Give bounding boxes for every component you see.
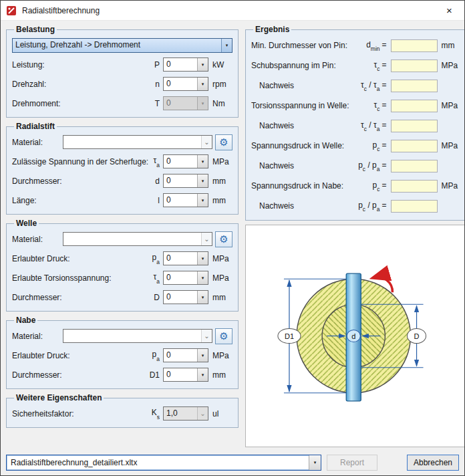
radialstift-material-gear-button[interactable]: ⚙ [215, 134, 232, 150]
dropdown-arrow-icon[interactable]: ▾ [197, 271, 208, 284]
combo-value [63, 330, 201, 342]
close-button[interactable]: × [434, 1, 464, 21]
dropdown-arrow-icon: ▾ [197, 97, 208, 110]
result-label: Torsionsspannung in Welle: [251, 101, 349, 110]
chevron-down-icon[interactable]: ⌄ [201, 136, 212, 148]
combo-value: 0 [164, 349, 197, 362]
scherfuge-spannung-input[interactable]: 0 ▾ [163, 154, 208, 168]
combo-value: 0 [164, 291, 197, 304]
stift-durchmesser-input[interactable]: 0 ▾ [163, 174, 208, 188]
dropdown-arrow-icon[interactable]: ▾ [197, 194, 208, 207]
nabe-durchmesser-label: Durchmesser: [12, 370, 145, 380]
welle-torsion-input[interactable]: 0 ▾ [163, 271, 208, 285]
dropdown-arrow-icon[interactable]: ▾ [197, 155, 208, 168]
report-button: Report [327, 455, 377, 471]
result-row-pc-welle: Spannungsdruck in Welle: pc= MPa [251, 136, 459, 156]
combo-value: 1,0 [164, 407, 197, 420]
welle-druck-input[interactable]: 0 ▾ [163, 251, 208, 265]
dropdown-arrow-icon[interactable]: ▾ [197, 291, 208, 304]
laenge-row: Länge: l 0 ▾ mm [12, 191, 232, 210]
scherfuge-unit: MPa [208, 157, 232, 166]
leistung-label: Leistung: [12, 60, 145, 70]
nabe-durchmesser-symbol: D1 [145, 370, 160, 380]
dropdown-arrow-icon[interactable]: ▾ [197, 349, 208, 362]
dropdown-arrow-icon[interactable]: ▾ [309, 455, 321, 470]
stift-durchmesser-row: Durchmesser: d 0 ▾ mm [12, 171, 232, 191]
nabe-material-gear-button[interactable]: ⚙ [215, 328, 232, 344]
welle-durchmesser-input[interactable]: 0 ▾ [163, 290, 208, 304]
welle-material-select[interactable]: ⌄ [63, 232, 212, 246]
sicherheitsfaktor-symbol: Ks [145, 408, 160, 419]
result-pc-welle-field [391, 140, 438, 152]
right-column: Ergebnis Min. Durchmesser von Pin: dmin=… [245, 25, 464, 447]
dropdown-arrow-icon[interactable]: ▾ [197, 368, 208, 381]
result-unit: MPa [438, 141, 459, 150]
welle-durchmesser-label: Durchmesser: [12, 293, 145, 302]
result-row-dmin: Min. Durchmesser von Pin: dmin= mm [251, 35, 459, 55]
nabe-group: Nabe Material: ⌄ ⚙ Erlaubter Druck: pa [6, 316, 239, 389]
sicherheitsfaktor-input[interactable]: 1,0 ⌄ [163, 406, 208, 421]
chevron-down-icon[interactable]: ⌄ [197, 407, 208, 420]
nabe-durchmesser-input[interactable]: 0 ▾ [163, 368, 208, 382]
result-symbol: pc / pa= [349, 201, 391, 211]
result-nachweis-3-field [391, 160, 438, 172]
drehmoment-row: Drehmoment: T 0 ▾ Nm [12, 94, 232, 113]
cancel-button[interactable]: Abbrechen [407, 455, 459, 471]
result-symbol: τc= [349, 60, 391, 71]
result-row-nachweis-2: Nachweis τc / τa= [251, 116, 459, 136]
dropdown-arrow-icon[interactable]: ▾ [197, 252, 208, 265]
radialstift-material-select[interactable]: ⌄ [63, 135, 212, 149]
laenge-input[interactable]: 0 ▾ [163, 193, 208, 207]
combo-value: 0 [164, 155, 197, 168]
result-label: Schubspannung im Pin: [251, 61, 349, 70]
drehmoment-unit: Nm [208, 99, 232, 108]
material-label: Material: [12, 332, 63, 341]
combo-value: 0 [164, 271, 197, 284]
material-label: Material: [12, 138, 63, 147]
welle-druck-label: Erlaubter Druck: [12, 254, 145, 263]
ergebnis-group: Ergebnis Min. Durchmesser von Pin: dmin=… [245, 25, 464, 221]
dropdown-arrow-icon[interactable]: ▾ [197, 78, 208, 90]
combo-value: 0 [164, 252, 197, 265]
result-dmin-field [391, 39, 438, 52]
gear-icon: ⚙ [219, 331, 228, 341]
stift-durchmesser-symbol: d [145, 176, 160, 186]
laenge-unit: mm [208, 196, 232, 205]
welle-torsion-symbol: τa [145, 272, 160, 283]
nabe-druck-row: Erlaubter Druck: pa 0 ▾ MPa [12, 346, 232, 365]
welle-druck-symbol: pa [145, 253, 160, 263]
combo-value: 0 [164, 78, 197, 90]
nabe-druck-input[interactable]: 0 ▾ [163, 348, 208, 362]
combo-value: 0 [164, 368, 197, 381]
title-bar: Radialstiftberechnung × [1, 1, 464, 21]
gear-icon: ⚙ [219, 137, 228, 147]
diagram-label-outer: D1 [285, 332, 294, 340]
belastung-mode-select[interactable]: Leistung, Drehzahl -> Drehmoment ▾ [12, 38, 232, 53]
result-nachweis-1-field [391, 80, 438, 92]
result-row-tau-pin: Schubspannung im Pin: τc= MPa [251, 55, 459, 76]
result-row-pc-nabe: Spannungsdruck in Nabe: pc= MPa [251, 176, 459, 196]
drehzahl-input[interactable]: 0 ▾ [163, 77, 208, 91]
dropdown-arrow-icon[interactable]: ▾ [197, 174, 208, 187]
welle-material-gear-button[interactable]: ⚙ [215, 231, 232, 247]
dropdown-arrow-icon[interactable]: ▾ [221, 39, 232, 52]
stift-durchmesser-label: Durchmesser: [12, 176, 145, 186]
result-row-nachweis-1: Nachweis τc / τa= [251, 76, 459, 96]
result-unit: MPa [438, 181, 459, 191]
chevron-down-icon[interactable]: ⌄ [201, 233, 212, 245]
result-row-nachweis-3: Nachweis pc / pa= [251, 156, 459, 176]
leistung-unit: kW [208, 60, 232, 70]
chevron-down-icon[interactable]: ⌄ [201, 330, 212, 342]
left-column: Belastung Leistung, Drehzahl -> Drehmome… [6, 25, 239, 447]
result-unit: mm [438, 41, 459, 50]
group-title-nabe: Nabe [14, 316, 37, 325]
group-title-belastung: Belastung [14, 25, 57, 34]
dropdown-arrow-icon[interactable]: ▾ [197, 58, 208, 71]
nabe-druck-symbol: pa [145, 350, 160, 360]
scherfuge-label: Zulässige Spannung in der Scherfuge: [12, 157, 145, 166]
leistung-row: Leistung: P 0 ▾ kW [12, 55, 232, 74]
template-select[interactable]: Radialstiftberechnung_detailiert.xltx ▾ [6, 455, 321, 471]
nabe-material-select[interactable]: ⌄ [63, 329, 212, 343]
leistung-input[interactable]: 0 ▾ [163, 57, 208, 72]
app-icon [6, 5, 17, 16]
